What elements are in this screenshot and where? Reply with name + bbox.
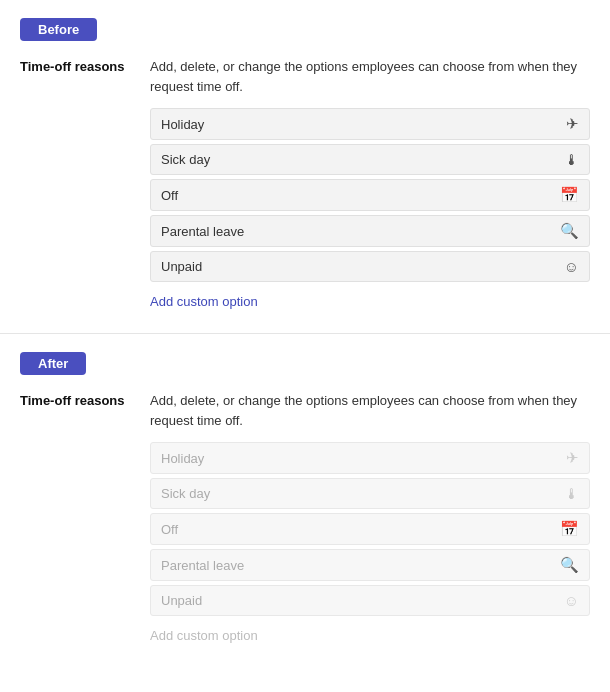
before-add-custom-button[interactable]: Add custom option <box>150 294 258 309</box>
calendar-icon[interactable]: 📅 <box>560 186 579 204</box>
after-option-item: Sick day🌡 <box>150 478 590 509</box>
option-name: Holiday <box>161 117 204 132</box>
before-option-item[interactable]: Off📅 <box>150 179 590 211</box>
plane-icon[interactable]: ✈ <box>566 115 579 133</box>
option-name: Off <box>161 522 178 537</box>
option-name: Sick day <box>161 486 210 501</box>
before-description: Add, delete, or change the options emplo… <box>150 57 590 96</box>
before-content: Add, delete, or change the options emplo… <box>150 57 590 309</box>
after-option-item: Off📅 <box>150 513 590 545</box>
thermometer-icon: 🌡 <box>564 485 579 502</box>
before-label: Before <box>20 18 97 41</box>
smiley-icon: ☺ <box>564 592 579 609</box>
after-content: Add, delete, or change the options emplo… <box>150 391 590 643</box>
option-name: Unpaid <box>161 259 202 274</box>
option-name: Sick day <box>161 152 210 167</box>
after-option-item: Parental leave🔍 <box>150 549 590 581</box>
option-name: Unpaid <box>161 593 202 608</box>
after-option-item: Unpaid☺ <box>150 585 590 616</box>
option-name: Parental leave <box>161 224 244 239</box>
plane-icon: ✈ <box>566 449 579 467</box>
search-icon: 🔍 <box>560 556 579 574</box>
option-name: Parental leave <box>161 558 244 573</box>
before-section: Before Time-off reasons Add, delete, or … <box>0 0 610 334</box>
after-option-list: Holiday✈Sick day🌡Off📅Parental leave🔍Unpa… <box>150 442 590 616</box>
search-icon[interactable]: 🔍 <box>560 222 579 240</box>
after-section-title: Time-off reasons <box>20 391 130 408</box>
before-section-title: Time-off reasons <box>20 57 130 74</box>
before-option-item[interactable]: Unpaid☺ <box>150 251 590 282</box>
option-name: Off <box>161 188 178 203</box>
smiley-icon[interactable]: ☺ <box>564 258 579 275</box>
after-description: Add, delete, or change the options emplo… <box>150 391 590 430</box>
calendar-icon: 📅 <box>560 520 579 538</box>
after-option-item: Holiday✈ <box>150 442 590 474</box>
before-option-item[interactable]: Sick day🌡 <box>150 144 590 175</box>
thermometer-icon[interactable]: 🌡 <box>564 151 579 168</box>
before-option-item[interactable]: Parental leave🔍 <box>150 215 590 247</box>
before-option-item[interactable]: Holiday✈ <box>150 108 590 140</box>
after-section: After Time-off reasons Add, delete, or c… <box>0 334 610 667</box>
before-option-list: Holiday✈Sick day🌡Off📅Parental leave🔍Unpa… <box>150 108 590 282</box>
after-label: After <box>20 352 86 375</box>
after-add-custom-button: Add custom option <box>150 628 258 643</box>
option-name: Holiday <box>161 451 204 466</box>
